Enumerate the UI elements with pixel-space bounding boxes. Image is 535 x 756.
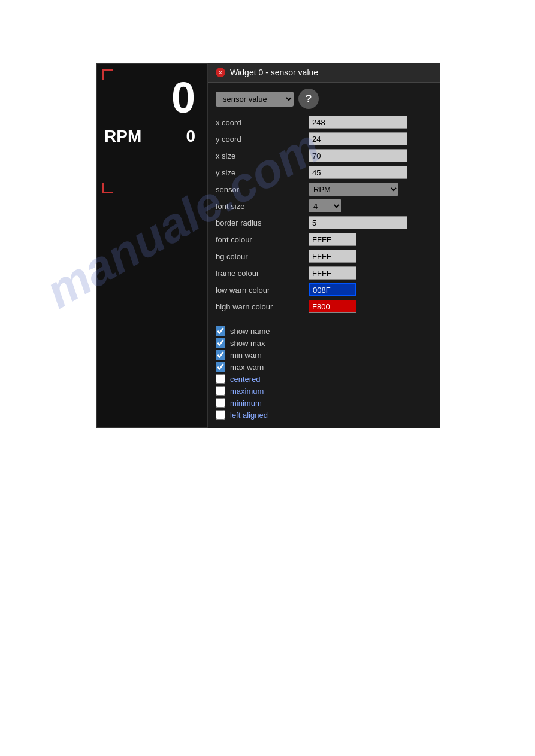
low-warn-colour-row: low warn colour xyxy=(216,283,433,297)
widget-label: RPM xyxy=(104,127,141,146)
y-coord-input[interactable] xyxy=(309,132,407,145)
show-max-label: show max xyxy=(230,339,265,348)
maximum-checkbox[interactable] xyxy=(216,386,225,396)
y-size-label: y size xyxy=(216,168,309,177)
font-size-label: font size xyxy=(216,202,309,211)
border-radius-input[interactable] xyxy=(309,216,407,229)
left-aligned-checkbox[interactable] xyxy=(216,410,225,420)
font-colour-row: font colour xyxy=(216,232,433,247)
settings-panel: × Widget 0 - sensor value sensor value g… xyxy=(208,63,440,428)
corner-tl xyxy=(102,69,113,80)
settings-title: Widget 0 - sensor value xyxy=(230,68,318,77)
show-max-row: show max xyxy=(216,338,433,348)
frame-colour-label: frame colour xyxy=(216,269,309,278)
widget-preview: 0 RPM 0 xyxy=(96,63,208,428)
bg-colour-label: bg colour xyxy=(216,252,309,261)
widget-type-select[interactable]: sensor value gauge bar image xyxy=(216,92,294,107)
centered-row: centered xyxy=(216,374,433,384)
sensor-select[interactable]: RPM Speed Temp xyxy=(309,183,398,196)
min-warn-row: min warn xyxy=(216,350,433,360)
minimum-checkbox[interactable] xyxy=(216,398,225,408)
x-coord-row: x coord xyxy=(216,115,433,129)
help-button[interactable]: ? xyxy=(298,89,319,109)
y-coord-label: y coord xyxy=(216,135,309,144)
min-warn-checkbox[interactable] xyxy=(216,350,225,360)
sensor-row: sensor RPM Speed Temp xyxy=(216,182,433,196)
x-coord-label: x coord xyxy=(216,118,309,127)
border-radius-label: border radius xyxy=(216,218,309,227)
font-size-row: font size 1 2 3 4 5 6 xyxy=(216,199,433,213)
low-warn-colour-label: low warn colour xyxy=(216,286,309,294)
y-coord-row: y coord xyxy=(216,132,433,146)
show-name-row: show name xyxy=(216,326,433,336)
frame-colour-row: frame colour xyxy=(216,266,433,280)
centered-checkbox[interactable] xyxy=(216,374,225,384)
max-warn-row: max warn xyxy=(216,362,433,372)
maximum-row: maximum xyxy=(216,386,433,396)
show-name-checkbox[interactable] xyxy=(216,326,225,336)
frame-colour-input[interactable] xyxy=(309,266,356,280)
left-aligned-label: left aligned xyxy=(230,411,268,420)
font-colour-input[interactable] xyxy=(309,233,356,246)
show-name-label: show name xyxy=(230,327,270,336)
minimum-row: minimum xyxy=(216,398,433,408)
bg-colour-input[interactable] xyxy=(309,250,356,263)
close-icon[interactable]: × xyxy=(216,68,225,77)
high-warn-colour-label: high warn colour xyxy=(216,302,309,311)
border-radius-row: border radius xyxy=(216,215,433,230)
x-size-input[interactable] xyxy=(309,149,407,162)
low-warn-colour-input[interactable] xyxy=(309,283,356,296)
settings-header: × Widget 0 - sensor value xyxy=(208,63,440,83)
type-row: sensor value gauge bar image ? xyxy=(216,89,433,109)
show-max-checkbox[interactable] xyxy=(216,338,225,348)
max-warn-label: max warn xyxy=(230,363,264,372)
centered-label: centered xyxy=(230,375,261,384)
minimum-label: minimum xyxy=(230,399,262,408)
main-container: 0 RPM 0 × Widget 0 - sensor value sensor… xyxy=(96,63,440,428)
divider xyxy=(216,321,433,321)
high-warn-colour-row: high warn colour xyxy=(216,299,433,314)
y-size-input[interactable] xyxy=(309,166,407,179)
font-colour-label: font colour xyxy=(216,235,309,244)
settings-body: sensor value gauge bar image ? x coord y… xyxy=(208,83,440,428)
x-size-label: x size xyxy=(216,151,309,160)
max-warn-checkbox[interactable] xyxy=(216,362,225,372)
x-coord-input[interactable] xyxy=(309,116,407,129)
corner-bl xyxy=(102,183,113,193)
high-warn-colour-input[interactable] xyxy=(309,300,356,313)
maximum-label: maximum xyxy=(230,387,264,396)
widget-value-small: 0 xyxy=(186,127,195,146)
widget-value-large: 0 xyxy=(171,76,195,119)
left-aligned-row: left aligned xyxy=(216,410,433,420)
sensor-label: sensor xyxy=(216,185,309,194)
x-size-row: x size xyxy=(216,148,433,163)
min-warn-label: min warn xyxy=(230,351,262,360)
bg-colour-row: bg colour xyxy=(216,249,433,263)
y-size-row: y size xyxy=(216,165,433,180)
font-size-select[interactable]: 1 2 3 4 5 6 xyxy=(309,199,341,212)
